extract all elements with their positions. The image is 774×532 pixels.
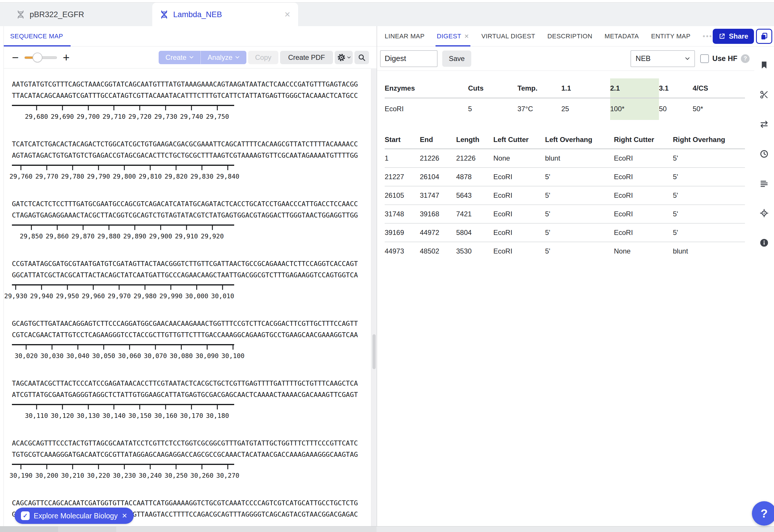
digest-results: EnzymesCutsTemp.1.12.13.14/CSEcoRI537°C2… [377, 71, 754, 260]
top-strand[interactable]: GCAGTGCTTGATAACAGGAGTCTTCCCAGGATGGCGAACA… [12, 318, 358, 329]
zoom-out-button[interactable]: − [12, 52, 19, 63]
column-header: 3.1 [659, 78, 693, 98]
analyze-button[interactable]: Analyze [201, 51, 246, 64]
ruler-tick [77, 345, 78, 350]
table-cell: 7421 [456, 205, 493, 223]
copy-button[interactable]: Copy [248, 51, 278, 64]
scissors-icon[interactable] [759, 90, 769, 99]
ruler-tick-label: 29,840 [216, 173, 239, 180]
use-hf-label: Use HF [712, 54, 737, 63]
top-strand[interactable]: ACACGCAGTTTCCCTACTGTTAGCGCAATATCCTCGTTCT… [12, 438, 358, 449]
slider-thumb[interactable] [33, 53, 42, 62]
tab-digest[interactable]: DIGEST✕ [437, 26, 469, 46]
bottom-strand[interactable]: AGTAGTAGACTGTGATGTCTGAGACCGTAGCGACACTTCT… [12, 150, 358, 161]
share-button[interactable]: Share [713, 29, 754, 44]
ruler-tick-label: 30,040 [66, 352, 89, 360]
ruler-tick-label: 29,720 [128, 113, 151, 120]
help-fab-button[interactable]: ? [752, 501, 774, 526]
ruler-tick-label: 30,190 [9, 472, 32, 479]
sequence-ruler: 30,11030,12030,13030,14030,15030,16030,1… [12, 404, 234, 423]
zoom-slider[interactable] [24, 53, 57, 62]
top-strand[interactable]: CAGCAGTTCCAGCACAATCGATGGTGTTACCAATTCATGG… [12, 497, 358, 509]
tab-pbr322-egfr[interactable]: pBR322_EGFR [9, 3, 92, 26]
settings-button[interactable] [335, 51, 353, 64]
tab-metadata[interactable]: METADATA [605, 26, 639, 46]
digest-options: NEB Use HF ? [631, 50, 750, 67]
table-cell: 5' [545, 205, 614, 223]
duplicate-button[interactable] [756, 29, 772, 44]
close-tab-icon[interactable]: ✕ [464, 33, 469, 40]
search-button[interactable] [354, 51, 369, 64]
sequence-scrollbar[interactable] [371, 69, 376, 526]
help-icon[interactable]: ? [741, 54, 750, 63]
enzymes-table: EnzymesCutsTemp.1.12.13.14/CSEcoRI537°C2… [385, 78, 745, 120]
explore-molecular-biology-banner[interactable]: ✓ Explore Molecular Biology ✕ [15, 508, 134, 524]
top-strand[interactable]: TCATCATCTGACACTACAGACTCTGGCATCGCTGTGAAGA… [12, 139, 358, 150]
table-cell: 21226 [456, 149, 493, 167]
column-header: 1.1 [561, 78, 610, 98]
tab-virtual-digest[interactable]: VIRTUAL DIGEST [482, 26, 535, 46]
bottom-scrollbar-strip[interactable] [0, 526, 774, 532]
bottom-strand[interactable]: CGTCACGAACTATTGTCCTCAGAAGGGTCCTACCGCTTGT… [12, 329, 358, 341]
tab-sequence-map[interactable]: SEQUENCE MAP [4, 26, 71, 46]
dismiss-banner-icon[interactable]: ✕ [122, 512, 127, 520]
bottom-strand[interactable]: ATCGTTATGCGAATGAGGGTAGGCTCTATTGTGGAAGCAT… [12, 389, 358, 400]
top-strand[interactable]: TAGCAATACGCTTACTCCCATCCGAGATAACACCTTCGTA… [12, 378, 358, 389]
bookmark-icon[interactable] [759, 60, 769, 70]
ruler-tick-label: 29,750 [206, 113, 229, 120]
tab-entity-map[interactable]: ENTITY MAP [651, 26, 691, 46]
bottom-strand[interactable]: GGCATTATCGCTACGCATTACTACAGCTATCAATGATTGC… [12, 269, 358, 281]
digest-name-input[interactable] [380, 50, 438, 67]
zoom-in-button[interactable]: + [63, 52, 69, 63]
ruler-tick-label: 29,860 [46, 233, 69, 240]
table-cell: 5' [673, 205, 745, 223]
ruler-tick [114, 106, 114, 110]
sequence-toolbar: − + Create [4, 46, 376, 69]
column-header: End [420, 130, 456, 148]
bottom-strand[interactable]: TTACATACAGCAAAGTCGATTTGCCATAGTCGTTACAAAT… [12, 90, 358, 101]
side-rail [754, 26, 774, 526]
tab-linear-map[interactable]: LINEAR MAP [385, 26, 425, 46]
ruler-tick-label: 29,880 [97, 233, 120, 240]
tab-label: pBR322_EGFR [30, 10, 84, 19]
bottom-strand[interactable]: TGTGCGTCAAAGGGATGACAATCGCGTTATAGGAGCAAGA… [12, 449, 358, 460]
table-cell: 1 [385, 149, 420, 167]
sequence-block: GATCTCACTCTCCTTTGATGCGAATGCCAGCGTCAGACAT… [12, 198, 234, 244]
top-strand[interactable]: CCGTAATAGCGATGCGTAATGATGTCGATAGTTACTAACG… [12, 258, 358, 269]
close-tab-icon[interactable]: ✕ [284, 10, 290, 19]
clock-icon[interactable] [759, 149, 769, 159]
info-icon[interactable] [759, 238, 769, 247]
zoom-control: − + [12, 52, 70, 63]
top-strand[interactable]: GATCTCACTCTCCTTTGATGCGAATGCCAGCGTCAGACAT… [12, 198, 358, 210]
ruler-tick-label: 30,200 [35, 472, 58, 479]
table-cell: 48502 [420, 242, 456, 260]
ruler-tick-label: 29,930 [4, 292, 27, 300]
ruler-tick [15, 285, 16, 290]
enzyme-set-select[interactable]: NEB [631, 50, 695, 67]
column-header: Left Cutter [493, 130, 545, 148]
ruler-tick-label: 29,710 [103, 113, 125, 120]
table-cell: 26104 [420, 168, 456, 186]
swap-arrows-icon[interactable] [759, 120, 769, 129]
use-hf-checkbox[interactable] [700, 54, 709, 63]
crosshair-icon[interactable] [759, 209, 769, 218]
ruler-tick [46, 166, 47, 170]
ruler-tick-label: 29,680 [25, 113, 48, 120]
bottom-strand[interactable]: CTAGAGTGAGAGGAAACTACGCTTACGGTCGCAGTCTGTA… [12, 210, 358, 221]
tab-description[interactable]: DESCRIPTION [547, 26, 592, 46]
sequence-block: GCAGTGCTTGATAACAGGAGTCTTCCCAGGATGGCGAACA… [12, 318, 234, 363]
create-pdf-button[interactable]: Create PDF [280, 51, 333, 64]
top-strand[interactable]: AATGTATGTCGTTTCAGCTAAACGGTATCAGCAATGTTTA… [12, 79, 358, 90]
ruler-tick-label: 30,170 [180, 412, 203, 419]
create-button[interactable]: Create [159, 51, 200, 64]
align-left-icon[interactable] [759, 179, 769, 188]
sequence-ruler: 29,76029,77029,78029,79029,80029,81029,8… [12, 165, 234, 184]
ruler-tick [186, 226, 187, 230]
table-cell: EcoRI [614, 149, 673, 167]
tab-lambda-neb[interactable]: Lambda_NEB ✕ [152, 3, 298, 26]
save-button[interactable]: Save [442, 51, 471, 67]
scrollbar-thumb[interactable] [372, 334, 376, 369]
more-tabs-button[interactable]: ••• [703, 26, 713, 46]
ruler-tick-label: 30,050 [92, 352, 115, 360]
ruler-tick [124, 465, 125, 469]
